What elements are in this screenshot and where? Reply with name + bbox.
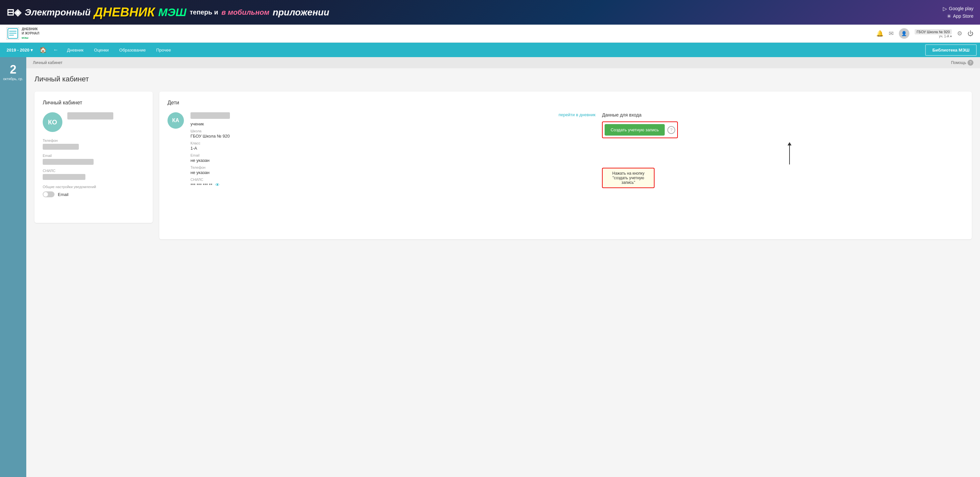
banner: ⊟◈ Электронный ДНЕВНИК МЭШ теперь и в мо… xyxy=(0,0,980,25)
banner-text-electronic: Электронный xyxy=(25,7,91,18)
nav-other[interactable]: Прочее xyxy=(151,43,177,57)
header-right: 🔔 ✉ 👤 ГБОУ Школа № 920 уч. 1-А ▾ ⚙ ⏻ xyxy=(876,28,974,39)
logout-icon[interactable]: ⏻ xyxy=(967,30,974,37)
cabinet-profile: КО xyxy=(43,112,145,132)
cabinet-section-title: Личный кабинет xyxy=(43,100,145,106)
child-snils-field: СНИЛС *** *** *** ** 👁 xyxy=(191,178,552,188)
child-school-label: Школа xyxy=(191,129,552,133)
child-school-value: ГБОУ Школа № 920 xyxy=(191,134,552,138)
page-area: Личный кабинет Помощь ? Личный кабинет Л… xyxy=(26,57,980,477)
email-field-group: Email xyxy=(43,154,145,165)
snils-label: СНИЛС xyxy=(43,169,145,173)
nav-education[interactable]: Образование xyxy=(114,43,151,57)
banner-left: ⊟◈ Электронный ДНЕВНИК МЭШ теперь и в мо… xyxy=(6,5,329,19)
help-circle-icon: ? xyxy=(967,60,974,66)
child-email-value: не указан xyxy=(191,158,552,163)
breadcrumb-bar: Личный кабинет Помощь ? xyxy=(26,57,980,68)
user-class[interactable]: уч. 1-А ▾ xyxy=(915,35,952,38)
app-store-item[interactable]: ✳ App Store xyxy=(947,13,974,19)
nav-diary[interactable]: Дневник xyxy=(62,43,89,57)
user-school: ГБОУ Школа № 920 xyxy=(915,29,952,35)
notifications-label: Общие настройки уведомлений xyxy=(43,185,145,189)
phone-field-group: Телефон xyxy=(43,138,145,150)
diary-link[interactable]: перейти в дневник xyxy=(558,112,595,118)
logo-box xyxy=(6,27,19,40)
banner-text-now: теперь и xyxy=(190,8,218,16)
notification-icon[interactable]: 🔔 xyxy=(876,30,883,37)
profile-avatar: КО xyxy=(43,112,62,132)
snils-row: *** *** *** ** 👁 xyxy=(191,182,552,188)
settings-icon[interactable]: ⚙ xyxy=(957,30,962,37)
banner-right: ▷ Google play ✳ App Store xyxy=(943,6,974,19)
child-class-label: Класс xyxy=(191,141,552,145)
child-email-field: Email не указан xyxy=(191,153,552,163)
phone-label: Телефон xyxy=(43,138,145,143)
children-card: Дети КА ученик Школа ГБОУ Шк xyxy=(159,92,972,239)
profile-name-placeholder xyxy=(67,112,113,119)
google-play-label: Google play xyxy=(949,6,974,11)
email-label: Email xyxy=(43,154,145,157)
snils-field-group: СНИЛС xyxy=(43,169,145,180)
child-phone-field: Телефон не указан xyxy=(191,165,552,175)
nav-back-icon[interactable]: ← xyxy=(50,47,62,53)
annotation-arrow xyxy=(615,145,964,164)
child-role-value: ученик xyxy=(191,121,552,126)
email-toggle-row: Email xyxy=(43,191,145,197)
help-link[interactable]: Помощь ? xyxy=(951,60,974,66)
annotation-wrapper: Нажать на кнопку "создать учетную запись… xyxy=(602,145,964,188)
sidebar-date-number: 2 xyxy=(10,64,16,75)
child-avatar: КА xyxy=(167,112,184,129)
email-toggle-label: Email xyxy=(58,192,68,197)
question-icon[interactable]: ? xyxy=(667,126,675,134)
child-class-field: Класс 1-А xyxy=(191,141,552,151)
banner-logo-icon: ⊟◈ xyxy=(6,7,21,18)
sidebar: 2 октябрь, ср. xyxy=(0,57,26,477)
google-play-item[interactable]: ▷ Google play xyxy=(943,6,974,12)
user-info: ГБОУ Школа № 920 уч. 1-А ▾ xyxy=(915,29,952,38)
child-name-placeholder xyxy=(191,112,230,119)
personal-cabinet-card: Личный кабинет КО Телефон Email xyxy=(35,92,153,223)
mail-icon[interactable]: ✉ xyxy=(889,30,894,37)
login-data-section: Данные для входа Создать учетную запись … xyxy=(602,112,964,188)
content-wrapper: 2 октябрь, ср. Личный кабинет Помощь ? Л… xyxy=(0,57,980,477)
nav-year[interactable]: 2019 - 2020 ▾ xyxy=(3,48,36,52)
children-section-title: Дети xyxy=(167,100,964,106)
email-value-placeholder xyxy=(43,159,94,165)
email-toggle-switch[interactable] xyxy=(43,191,54,197)
phone-value-placeholder xyxy=(43,144,79,150)
profile-name-block xyxy=(67,112,145,121)
create-account-button[interactable]: Создать учетную запись xyxy=(605,124,665,135)
annotation-box: Нажать на кнопку "создать учетную запись… xyxy=(602,168,654,188)
eye-icon[interactable]: 👁 xyxy=(215,182,220,188)
user-avatar: 👤 xyxy=(899,28,909,39)
child-email-label: Email xyxy=(191,153,552,157)
page-title: Личный кабинет xyxy=(35,75,972,83)
navigation: 2019 - 2020 ▾ 🏠 ← Дневник Оценки Образов… xyxy=(0,43,980,57)
app-store-icon: ✳ xyxy=(947,13,951,19)
notifications-section: Общие настройки уведомлений Email xyxy=(43,185,145,197)
nav-grades[interactable]: Оценки xyxy=(89,43,114,57)
child-class-value: 1-А xyxy=(191,146,552,151)
app-store-label: App Store xyxy=(953,13,974,19)
logo-text: ДНЕВНИК И ЖУРНАЛ МЭШ xyxy=(22,27,40,40)
child-snils-value: *** *** *** ** xyxy=(191,183,213,188)
child-school-field: Школа ГБОУ Школа № 920 xyxy=(191,129,552,138)
nav-home-icon[interactable]: 🏠 xyxy=(36,46,50,54)
create-account-wrapper: Создать учетную запись ? xyxy=(602,121,678,138)
nav-library-button[interactable]: Библиотека МЭШ xyxy=(925,45,977,56)
banner-text-mesh: МЭШ xyxy=(158,6,186,19)
header-logo: ДНЕВНИК И ЖУРНАЛ МЭШ xyxy=(6,27,40,40)
banner-text-mobile: в мобильном xyxy=(221,8,269,17)
page-content: Личный кабинет Личный кабинет КО Телефон xyxy=(26,68,980,246)
child-phone-value: не указан xyxy=(191,170,552,175)
arrow-line xyxy=(789,145,790,164)
child-phone-label: Телефон xyxy=(191,165,552,169)
help-label: Помощь xyxy=(951,60,966,65)
breadcrumb-text: Личный кабинет xyxy=(33,60,62,65)
snils-value-placeholder xyxy=(43,174,85,180)
child-info: ученик Школа ГБОУ Школа № 920 Класс 1-А xyxy=(191,112,552,190)
google-play-icon: ▷ xyxy=(943,6,947,12)
banner-text-dnevnik: ДНЕВНИК xyxy=(94,5,155,19)
child-role-field: ученик xyxy=(191,121,552,126)
login-data-title: Данные для входа xyxy=(602,112,964,118)
